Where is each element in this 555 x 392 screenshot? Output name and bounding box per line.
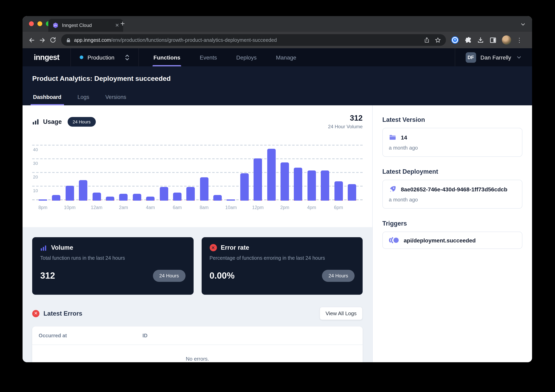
close-window-button[interactable] — [29, 21, 34, 26]
volume-card: Volume Total function runs in the last 2… — [32, 237, 193, 295]
chart-bar-slot[interactable]: 10am — [227, 140, 235, 200]
nav-tab-events[interactable]: Events — [190, 48, 226, 66]
chart-bar-slot[interactable] — [160, 140, 168, 200]
chart-bar — [146, 197, 154, 201]
main-column: Usage 24 Hours 312 24 Hour Volume 102030… — [22, 105, 372, 362]
chart-bar-slot[interactable] — [106, 140, 114, 200]
chart-bar-slot[interactable]: 2pm — [280, 140, 289, 200]
latest-deployment-heading: Latest Deployment — [382, 168, 522, 175]
latest-version-card[interactable]: 14 a month ago — [382, 128, 522, 157]
latest-errors-title: Latest Errors — [44, 310, 82, 317]
chart-bar-slot[interactable]: 6pm — [334, 140, 343, 200]
minimize-window-button[interactable] — [37, 21, 42, 26]
error-x-icon: ✕ — [210, 244, 217, 251]
x-axis-tick-label: 10am — [225, 205, 237, 210]
nav-tab-functions[interactable]: Functions — [144, 48, 190, 66]
onepassword-icon[interactable] — [451, 36, 459, 44]
chart-bar — [133, 194, 141, 201]
trigger-card[interactable]: api/deployment.succeeded — [382, 232, 522, 249]
tab-search-chevron-icon[interactable] — [520, 21, 526, 29]
side-panel-icon[interactable] — [489, 36, 497, 44]
volume-period-badge[interactable]: 24 Hours — [153, 270, 185, 282]
latest-deployment-card[interactable]: 8ae02652-746e-430d-9468-1ff73d56cdcb a m… — [382, 180, 522, 209]
usage-total-caption: 24 Hour Volume — [328, 124, 363, 129]
y-axis-tick-label: 40 — [33, 147, 38, 152]
x-axis-tick-label: 12am — [91, 205, 102, 210]
x-axis-tick-label: 6am — [173, 205, 182, 210]
chart-bar-slot[interactable]: 12pm — [254, 140, 262, 200]
browser-profile-avatar[interactable] — [502, 35, 511, 45]
latest-deployment-time: a month ago — [389, 197, 516, 203]
chart-bar-slot[interactable]: 4am — [146, 140, 154, 200]
extensions-puzzle-icon[interactable] — [464, 36, 472, 44]
user-avatar: DF — [466, 52, 476, 63]
tab-logs[interactable]: Logs — [77, 90, 90, 105]
chart-bar-slot[interactable]: 8am — [200, 140, 208, 200]
x-axis-tick-label: 2pm — [280, 205, 289, 210]
chart-bar-slot[interactable] — [294, 140, 302, 200]
chart-bar-slot[interactable]: 10pm — [66, 140, 74, 200]
reload-button[interactable] — [47, 35, 58, 45]
share-icon[interactable] — [424, 37, 430, 43]
errors-table: Occurred at ID No errors. — [32, 327, 363, 362]
usage-total-value: 312 — [328, 114, 363, 123]
inngest-favicon-icon — [52, 22, 59, 29]
chart-bar-slot[interactable] — [240, 140, 249, 200]
usage-card: Usage 24 Hours 312 24 Hour Volume 102030… — [22, 105, 372, 227]
chart-bar-slot[interactable] — [52, 140, 61, 200]
browser-menu-icon[interactable]: ⋮ — [516, 36, 522, 44]
url-bar[interactable]: app.inngest.com/env/production/functions… — [61, 34, 446, 46]
column-occurred-at: Occurred at — [39, 333, 142, 339]
inngest-logo[interactable]: inngest — [22, 48, 71, 66]
tab-versions[interactable]: Versions — [105, 90, 127, 105]
chart-bar — [119, 194, 128, 201]
new-tab-button[interactable]: + — [120, 20, 125, 27]
window-controls — [29, 21, 51, 26]
browser-tab[interactable]: Inngest Cloud ✕ — [48, 19, 123, 32]
chart-bar-slot[interactable]: 4pm — [307, 140, 316, 200]
event-trigger-icon — [389, 237, 399, 244]
view-all-logs-button[interactable]: View All Logs — [320, 307, 363, 320]
latest-deployment-value: 8ae02652-746e-430d-9468-1ff73d56cdcb — [401, 186, 507, 192]
error-x-icon: ✕ — [32, 310, 39, 317]
chart-bar-slot[interactable]: 12am — [92, 140, 101, 200]
nav-tab-manage[interactable]: Manage — [266, 48, 306, 66]
x-axis-tick-label: 2am — [119, 205, 128, 210]
nav-tab-deploys[interactable]: Deploys — [226, 48, 266, 66]
tab-close-icon[interactable]: ✕ — [115, 23, 119, 28]
nav-divider — [139, 48, 139, 66]
error-rate-period-badge[interactable]: 24 Hours — [322, 270, 355, 282]
back-button[interactable] — [27, 35, 37, 45]
latest-errors-header: ✕ Latest Errors View All Logs — [32, 307, 363, 320]
chart-bar — [160, 187, 168, 201]
tab-dashboard[interactable]: Dashboard — [32, 90, 62, 105]
chart-bar-slot[interactable] — [187, 140, 195, 200]
error-rate-subtitle: Percentage of functions erroring in the … — [210, 255, 355, 261]
chart-bar — [52, 195, 61, 201]
forward-button[interactable] — [37, 35, 47, 45]
usage-period-badge[interactable]: 24 Hours — [67, 117, 96, 127]
chart-bar — [267, 149, 276, 201]
bookmark-star-icon[interactable] — [435, 37, 441, 43]
chart-bar-slot[interactable]: 6am — [173, 140, 182, 200]
chart-bar-slot[interactable]: 8pm — [39, 140, 47, 200]
chart-bar-slot[interactable] — [348, 140, 356, 200]
y-axis-tick-label: 20 — [33, 174, 38, 179]
chart-bar — [227, 199, 235, 201]
desktop: Inngest Cloud ✕ + app.innge — [0, 0, 555, 392]
browser-window: Inngest Cloud ✕ + app.innge — [22, 16, 532, 362]
x-axis-tick-label: 4am — [146, 205, 155, 210]
downloads-icon[interactable] — [477, 36, 484, 44]
chart-bar-slot[interactable] — [133, 140, 141, 200]
user-menu[interactable]: DF Dan Farrelly — [455, 48, 532, 66]
chart-bar-slot[interactable]: 2am — [119, 140, 128, 200]
environment-selector[interactable]: Production — [71, 48, 139, 66]
chart-bar — [92, 192, 101, 201]
chart-bar-slot[interactable] — [79, 140, 87, 200]
chart-bar-slot[interactable] — [213, 140, 222, 200]
function-header: Product Analytics: Deployment succeeded … — [22, 66, 532, 105]
app-nav-tabs: Functions Events Deploys Manage — [144, 48, 306, 66]
chart-bar-slot[interactable] — [267, 140, 276, 200]
x-axis-tick-label: 6pm — [334, 205, 343, 210]
chart-bar-slot[interactable] — [321, 140, 329, 200]
